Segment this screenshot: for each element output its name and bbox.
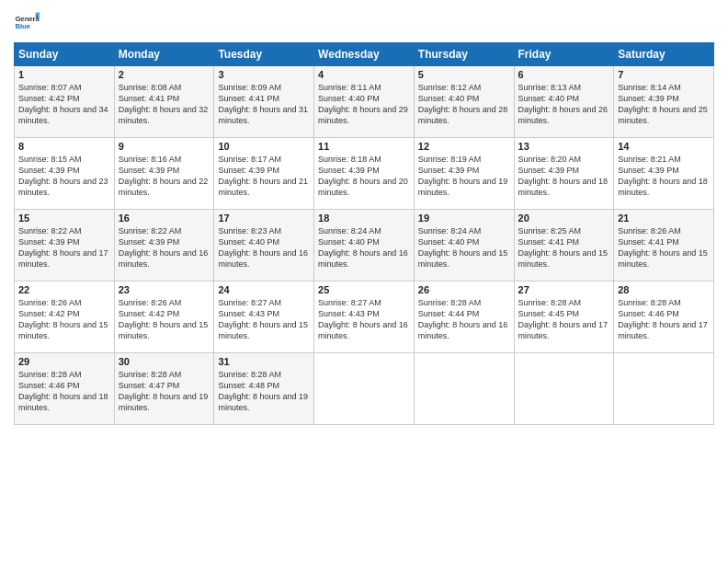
day-info: Sunrise: 8:19 AMSunset: 4:39 PMDaylight:…	[418, 154, 510, 199]
day-info: Sunrise: 8:15 AMSunset: 4:39 PMDaylight:…	[18, 154, 110, 199]
header-day-monday: Monday	[114, 43, 214, 66]
day-number: 19	[418, 213, 510, 224]
week-row-5: 29Sunrise: 8:28 AMSunset: 4:46 PMDayligh…	[15, 353, 714, 425]
day-info: Sunrise: 8:26 AMSunset: 4:41 PMDaylight:…	[618, 225, 710, 270]
day-info: Sunrise: 8:17 AMSunset: 4:39 PMDaylight:…	[218, 154, 310, 199]
day-info: Sunrise: 8:26 AMSunset: 4:42 PMDaylight:…	[18, 297, 110, 342]
day-info: Sunrise: 8:24 AMSunset: 4:40 PMDaylight:…	[418, 225, 510, 270]
day-number: 30	[119, 356, 210, 367]
day-cell-6: 6Sunrise: 8:13 AMSunset: 4:40 PMDaylight…	[514, 66, 614, 138]
day-cell-12: 12Sunrise: 8:19 AMSunset: 4:39 PMDayligh…	[414, 138, 514, 210]
day-cell-2: 2Sunrise: 8:08 AMSunset: 4:41 PMDaylight…	[114, 66, 214, 138]
day-number: 2	[119, 69, 210, 80]
day-number: 9	[119, 141, 210, 152]
day-cell-14: 14Sunrise: 8:21 AMSunset: 4:39 PMDayligh…	[614, 138, 714, 210]
day-info: Sunrise: 8:28 AMSunset: 4:45 PMDaylight:…	[518, 297, 610, 342]
day-number: 15	[18, 213, 110, 224]
header-day-wednesday: Wednesday	[314, 43, 415, 66]
day-cell-19: 19Sunrise: 8:24 AMSunset: 4:40 PMDayligh…	[414, 210, 514, 282]
day-number: 16	[119, 213, 210, 224]
week-row-3: 15Sunrise: 8:22 AMSunset: 4:39 PMDayligh…	[15, 210, 714, 282]
day-info: Sunrise: 8:08 AMSunset: 4:41 PMDaylight:…	[119, 82, 210, 127]
logo-icon: General Blue	[14, 9, 40, 35]
day-cell-25: 25Sunrise: 8:27 AMSunset: 4:43 PMDayligh…	[314, 282, 415, 353]
day-info: Sunrise: 8:11 AMSunset: 4:40 PMDaylight:…	[318, 82, 410, 127]
day-cell-27: 27Sunrise: 8:28 AMSunset: 4:45 PMDayligh…	[514, 282, 614, 353]
day-cell-24: 24Sunrise: 8:27 AMSunset: 4:43 PMDayligh…	[214, 282, 314, 353]
day-cell-20: 20Sunrise: 8:25 AMSunset: 4:41 PMDayligh…	[514, 210, 614, 282]
day-info: Sunrise: 8:18 AMSunset: 4:39 PMDaylight:…	[318, 154, 410, 199]
svg-text:Blue: Blue	[15, 22, 30, 30]
day-number: 25	[318, 284, 410, 295]
day-info: Sunrise: 8:20 AMSunset: 4:39 PMDaylight:…	[518, 154, 610, 199]
day-info: Sunrise: 8:22 AMSunset: 4:39 PMDaylight:…	[119, 225, 210, 270]
day-number: 23	[119, 284, 210, 295]
day-number: 26	[418, 284, 510, 295]
day-number: 14	[618, 141, 710, 152]
header: General Blue	[14, 9, 714, 35]
day-cell-15: 15Sunrise: 8:22 AMSunset: 4:39 PMDayligh…	[15, 210, 115, 282]
logo: General Blue	[14, 9, 40, 35]
day-number: 21	[618, 213, 710, 224]
week-row-2: 8Sunrise: 8:15 AMSunset: 4:39 PMDaylight…	[15, 138, 714, 210]
header-day-sunday: Sunday	[15, 43, 115, 66]
day-info: Sunrise: 8:26 AMSunset: 4:42 PMDaylight:…	[119, 297, 210, 342]
day-number: 7	[618, 69, 710, 80]
day-cell-1: 1Sunrise: 8:07 AMSunset: 4:42 PMDaylight…	[15, 66, 115, 138]
day-info: Sunrise: 8:21 AMSunset: 4:39 PMDaylight:…	[618, 154, 710, 199]
day-number: 20	[518, 213, 610, 224]
day-number: 10	[218, 141, 310, 152]
day-cell-30: 30Sunrise: 8:28 AMSunset: 4:47 PMDayligh…	[114, 353, 214, 425]
day-cell-3: 3Sunrise: 8:09 AMSunset: 4:41 PMDaylight…	[214, 66, 314, 138]
day-info: Sunrise: 8:28 AMSunset: 4:44 PMDaylight:…	[418, 297, 510, 342]
week-row-4: 22Sunrise: 8:26 AMSunset: 4:42 PMDayligh…	[15, 282, 714, 353]
day-number: 1	[18, 69, 110, 80]
day-info: Sunrise: 8:25 AMSunset: 4:41 PMDaylight:…	[518, 225, 610, 270]
day-number: 8	[18, 141, 110, 152]
day-info: Sunrise: 8:12 AMSunset: 4:40 PMDaylight:…	[418, 82, 510, 127]
empty-cell	[614, 353, 714, 425]
day-cell-13: 13Sunrise: 8:20 AMSunset: 4:39 PMDayligh…	[514, 138, 614, 210]
empty-cell	[414, 353, 514, 425]
day-info: Sunrise: 8:27 AMSunset: 4:43 PMDaylight:…	[318, 297, 410, 342]
day-number: 5	[418, 69, 510, 80]
header-row: SundayMondayTuesdayWednesdayThursdayFrid…	[15, 43, 714, 66]
day-info: Sunrise: 8:23 AMSunset: 4:40 PMDaylight:…	[218, 225, 310, 270]
day-info: Sunrise: 8:16 AMSunset: 4:39 PMDaylight:…	[119, 154, 210, 199]
calendar-table: SundayMondayTuesdayWednesdayThursdayFrid…	[14, 42, 714, 425]
header-day-friday: Friday	[514, 43, 614, 66]
day-cell-8: 8Sunrise: 8:15 AMSunset: 4:39 PMDaylight…	[15, 138, 115, 210]
day-number: 17	[218, 213, 310, 224]
day-cell-23: 23Sunrise: 8:26 AMSunset: 4:42 PMDayligh…	[114, 282, 214, 353]
day-cell-28: 28Sunrise: 8:28 AMSunset: 4:46 PMDayligh…	[614, 282, 714, 353]
day-info: Sunrise: 8:09 AMSunset: 4:41 PMDaylight:…	[218, 82, 310, 127]
day-info: Sunrise: 8:28 AMSunset: 4:46 PMDaylight:…	[18, 369, 110, 414]
day-cell-16: 16Sunrise: 8:22 AMSunset: 4:39 PMDayligh…	[114, 210, 214, 282]
day-number: 13	[518, 141, 610, 152]
day-info: Sunrise: 8:28 AMSunset: 4:48 PMDaylight:…	[218, 369, 310, 414]
day-number: 22	[18, 284, 110, 295]
day-cell-18: 18Sunrise: 8:24 AMSunset: 4:40 PMDayligh…	[314, 210, 415, 282]
day-number: 31	[218, 356, 310, 367]
day-info: Sunrise: 8:28 AMSunset: 4:47 PMDaylight:…	[119, 369, 210, 414]
day-info: Sunrise: 8:14 AMSunset: 4:39 PMDaylight:…	[618, 82, 710, 127]
header-day-tuesday: Tuesday	[214, 43, 314, 66]
day-info: Sunrise: 8:27 AMSunset: 4:43 PMDaylight:…	[218, 297, 310, 342]
day-info: Sunrise: 8:22 AMSunset: 4:39 PMDaylight:…	[18, 225, 110, 270]
day-number: 3	[218, 69, 310, 80]
calendar-container: General Blue SundayMondayTuesdayWednesda…	[0, 0, 728, 430]
header-day-thursday: Thursday	[414, 43, 514, 66]
day-cell-21: 21Sunrise: 8:26 AMSunset: 4:41 PMDayligh…	[614, 210, 714, 282]
day-number: 18	[318, 213, 410, 224]
day-cell-17: 17Sunrise: 8:23 AMSunset: 4:40 PMDayligh…	[214, 210, 314, 282]
day-number: 29	[18, 356, 110, 367]
day-cell-31: 31Sunrise: 8:28 AMSunset: 4:48 PMDayligh…	[214, 353, 314, 425]
day-cell-11: 11Sunrise: 8:18 AMSunset: 4:39 PMDayligh…	[314, 138, 415, 210]
day-cell-5: 5Sunrise: 8:12 AMSunset: 4:40 PMDaylight…	[414, 66, 514, 138]
day-cell-22: 22Sunrise: 8:26 AMSunset: 4:42 PMDayligh…	[15, 282, 115, 353]
day-cell-10: 10Sunrise: 8:17 AMSunset: 4:39 PMDayligh…	[214, 138, 314, 210]
day-cell-7: 7Sunrise: 8:14 AMSunset: 4:39 PMDaylight…	[614, 66, 714, 138]
day-number: 24	[218, 284, 310, 295]
empty-cell	[514, 353, 614, 425]
day-info: Sunrise: 8:24 AMSunset: 4:40 PMDaylight:…	[318, 225, 410, 270]
